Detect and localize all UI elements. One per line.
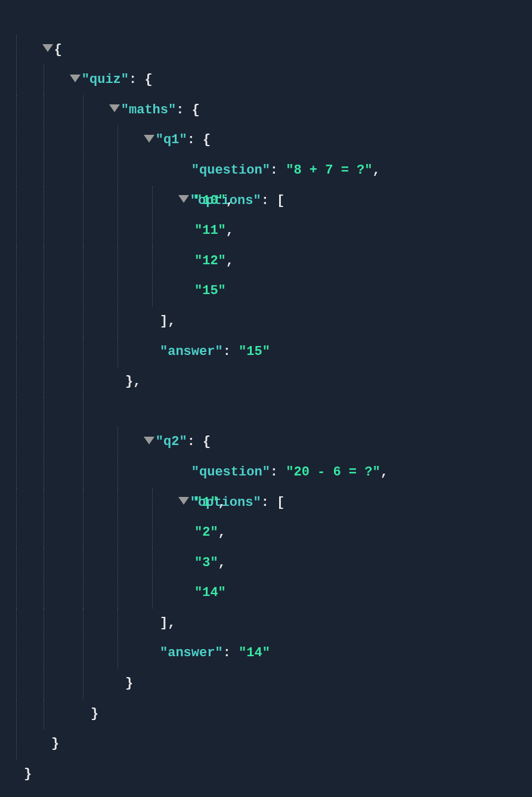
tree-row-q2-close: } [11, 669, 521, 699]
tree-row-root-open: { [11, 5, 521, 35]
json-tree-viewer: { "quiz": { "maths": { "q1": { "question… [0, 0, 532, 794]
json-value: "1" [194, 495, 218, 510]
tree-row-q2-opt0: "1", [11, 488, 521, 518]
tree-row-q2-opt2: "3", [11, 548, 521, 579]
json-value: "10" [194, 193, 226, 208]
brace-close: } [51, 736, 59, 751]
tree-row-q1-question: "question": "8 + 7 = ?", [11, 125, 521, 156]
json-value: "3" [194, 555, 218, 570]
bracket-close: ] [160, 616, 168, 631]
tree-row-q1-opt2: "12", [11, 246, 521, 277]
brace-close: } [91, 706, 98, 721]
json-rows: { "quiz": { "maths": { "q1": { "question… [11, 5, 521, 789]
tree-row-q1-opt3: "15" [11, 276, 521, 307]
json-value: "15" [239, 344, 270, 359]
brace-close: } [125, 676, 133, 691]
tree-row-q2-opt1: "2", [11, 518, 521, 548]
json-value: "14" [239, 645, 270, 660]
json-value: "14" [194, 585, 226, 600]
tree-row-q2-question: "question": "20 - 6 = ?", [11, 427, 521, 458]
tree-row-q1-answer: "answer": "15" [11, 337, 521, 367]
json-key-answer: "answer" [160, 344, 223, 359]
tree-row-q2: "q2": { [11, 397, 521, 428]
tree-row-quiz-close: } [11, 729, 521, 759]
tree-row-q1: "q1": { [11, 95, 521, 126]
tree-row-maths: "maths": { [11, 65, 521, 95]
tree-row-root-close: } [11, 759, 521, 790]
brace-close: } [24, 767, 32, 781]
tree-row-q1-opt1: "11", [11, 216, 521, 246]
tree-row-q1-close: }, [11, 367, 521, 397]
brace-close: } [125, 374, 133, 389]
json-value: "11" [194, 223, 226, 238]
bracket-close: ] [160, 314, 168, 329]
tree-row-maths-close: } [11, 699, 521, 730]
json-value: "2" [194, 525, 218, 540]
json-value: "15" [194, 283, 226, 298]
tree-row-q2-options-close: ], [11, 608, 521, 639]
tree-row-q2-answer: "answer": "14" [11, 638, 521, 669]
json-key-answer: "answer" [160, 645, 223, 660]
tree-row-q2-options: "options": [ [11, 458, 521, 488]
tree-row-q2-opt3: "14" [11, 578, 521, 608]
tree-row-q1-opt0: "10", [11, 186, 521, 217]
json-value: "12" [194, 254, 226, 268]
tree-row-q1-options-close: ], [11, 307, 521, 337]
tree-row-q1-options: "options": [ [11, 156, 521, 186]
tree-row-quiz: "quiz": { [11, 35, 521, 66]
